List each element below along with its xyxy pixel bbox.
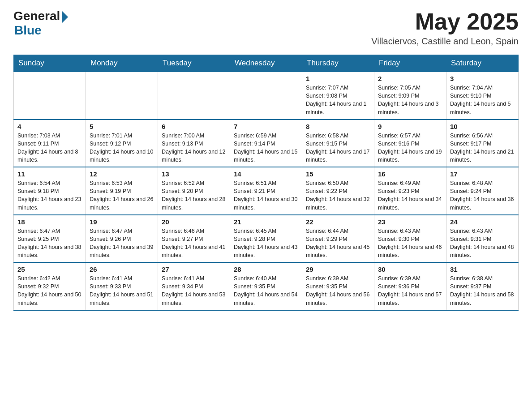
day-number: 3 (450, 75, 515, 82)
calendar-cell: 29Sunrise: 6:39 AM Sunset: 9:35 PM Dayli… (302, 262, 374, 310)
day-number: 27 (162, 265, 226, 273)
calendar-cell: 8Sunrise: 6:58 AM Sunset: 9:15 PM Daylig… (302, 120, 374, 167)
calendar-cell: 5Sunrise: 7:01 AM Sunset: 9:12 PM Daylig… (86, 120, 158, 167)
calendar-cell: 19Sunrise: 6:47 AM Sunset: 9:26 PM Dayli… (86, 215, 158, 263)
calendar-cell: 7Sunrise: 6:59 AM Sunset: 9:14 PM Daylig… (230, 120, 302, 167)
day-number: 20 (162, 218, 226, 226)
calendar-cell: 30Sunrise: 6:39 AM Sunset: 9:36 PM Dayli… (374, 262, 446, 310)
calendar-cell: 27Sunrise: 6:41 AM Sunset: 9:34 PM Dayli… (158, 262, 230, 310)
day-info: Sunrise: 6:57 AM Sunset: 9:16 PM Dayligh… (378, 132, 442, 164)
calendar-week-row: 1Sunrise: 7:07 AM Sunset: 9:08 PM Daylig… (14, 72, 519, 120)
day-number: 24 (450, 218, 515, 226)
day-number: 17 (450, 170, 515, 178)
day-info: Sunrise: 6:48 AM Sunset: 9:24 PM Dayligh… (450, 179, 515, 212)
weekday-header-sunday: Sunday (14, 55, 86, 72)
day-info: Sunrise: 6:49 AM Sunset: 9:23 PM Dayligh… (378, 179, 442, 212)
day-info: Sunrise: 6:40 AM Sunset: 9:35 PM Dayligh… (234, 274, 298, 307)
calendar-cell: 1Sunrise: 7:07 AM Sunset: 9:08 PM Daylig… (302, 72, 374, 120)
day-number: 16 (378, 170, 442, 178)
weekday-header-monday: Monday (86, 55, 158, 72)
title-block: May 2025 Villaciervos, Castille and Leon… (371, 9, 519, 47)
day-info: Sunrise: 6:41 AM Sunset: 9:33 PM Dayligh… (90, 274, 154, 307)
calendar-cell: 22Sunrise: 6:44 AM Sunset: 9:29 PM Dayli… (302, 215, 374, 263)
day-info: Sunrise: 6:50 AM Sunset: 9:22 PM Dayligh… (306, 179, 370, 212)
weekday-header-wednesday: Wednesday (230, 55, 302, 72)
calendar-table: SundayMondayTuesdayWednesdayThursdayFrid… (13, 55, 519, 311)
month-year-title: May 2025 (371, 9, 519, 34)
day-number: 31 (450, 265, 515, 273)
day-number: 12 (90, 170, 154, 178)
day-info: Sunrise: 6:47 AM Sunset: 9:26 PM Dayligh… (90, 227, 154, 260)
day-info: Sunrise: 6:46 AM Sunset: 9:27 PM Dayligh… (162, 227, 226, 260)
calendar-cell: 9Sunrise: 6:57 AM Sunset: 9:16 PM Daylig… (374, 120, 446, 167)
day-info: Sunrise: 6:42 AM Sunset: 9:32 PM Dayligh… (17, 274, 82, 307)
calendar-cell: 21Sunrise: 6:45 AM Sunset: 9:28 PM Dayli… (230, 215, 302, 263)
calendar-cell: 25Sunrise: 6:42 AM Sunset: 9:32 PM Dayli… (14, 262, 86, 310)
calendar-cell: 11Sunrise: 6:54 AM Sunset: 9:18 PM Dayli… (14, 167, 86, 215)
day-info: Sunrise: 7:03 AM Sunset: 9:11 PM Dayligh… (17, 132, 82, 164)
day-number: 11 (17, 170, 82, 178)
day-info: Sunrise: 6:43 AM Sunset: 9:31 PM Dayligh… (450, 227, 515, 260)
calendar-cell: 31Sunrise: 6:38 AM Sunset: 9:37 PM Dayli… (446, 262, 519, 310)
weekday-header-saturday: Saturday (446, 55, 519, 72)
weekday-header-tuesday: Tuesday (158, 55, 230, 72)
day-info: Sunrise: 7:05 AM Sunset: 9:09 PM Dayligh… (378, 84, 442, 116)
day-number: 1 (306, 75, 370, 82)
day-number: 26 (90, 265, 154, 273)
day-number: 7 (234, 123, 298, 130)
calendar-cell: 13Sunrise: 6:52 AM Sunset: 9:20 PM Dayli… (158, 167, 230, 215)
day-number: 25 (17, 265, 82, 273)
day-number: 29 (306, 265, 370, 273)
logo-arrow-icon (62, 11, 68, 23)
calendar-cell: 20Sunrise: 6:46 AM Sunset: 9:27 PM Dayli… (158, 215, 230, 263)
day-info: Sunrise: 6:41 AM Sunset: 9:34 PM Dayligh… (162, 274, 226, 307)
day-number: 4 (17, 123, 82, 130)
day-number: 22 (306, 218, 370, 226)
day-number: 13 (162, 170, 226, 178)
logo-general-text: General (13, 10, 60, 22)
day-number: 9 (378, 123, 442, 130)
day-number: 23 (378, 218, 442, 226)
day-info: Sunrise: 6:53 AM Sunset: 9:19 PM Dayligh… (90, 179, 154, 212)
calendar-cell: 18Sunrise: 6:47 AM Sunset: 9:25 PM Dayli… (14, 215, 86, 263)
day-number: 28 (234, 265, 298, 273)
day-number: 6 (162, 123, 226, 130)
calendar-header-row: SundayMondayTuesdayWednesdayThursdayFrid… (14, 55, 519, 72)
day-info: Sunrise: 7:04 AM Sunset: 9:10 PM Dayligh… (450, 84, 515, 116)
day-info: Sunrise: 6:43 AM Sunset: 9:30 PM Dayligh… (378, 227, 442, 260)
day-info: Sunrise: 6:39 AM Sunset: 9:35 PM Dayligh… (306, 274, 370, 307)
day-info: Sunrise: 6:44 AM Sunset: 9:29 PM Dayligh… (306, 227, 370, 260)
location-subtitle: Villaciervos, Castille and Leon, Spain (371, 36, 519, 47)
day-number: 30 (378, 265, 442, 273)
calendar-cell: 24Sunrise: 6:43 AM Sunset: 9:31 PM Dayli… (446, 215, 519, 263)
day-number: 19 (90, 218, 154, 226)
day-info: Sunrise: 6:52 AM Sunset: 9:20 PM Dayligh… (162, 179, 226, 212)
day-number: 2 (378, 75, 442, 82)
day-info: Sunrise: 6:38 AM Sunset: 9:37 PM Dayligh… (450, 274, 515, 307)
calendar-week-row: 18Sunrise: 6:47 AM Sunset: 9:25 PM Dayli… (14, 215, 519, 263)
day-info: Sunrise: 6:58 AM Sunset: 9:15 PM Dayligh… (306, 132, 370, 164)
calendar-cell (230, 72, 302, 120)
calendar-cell: 23Sunrise: 6:43 AM Sunset: 9:30 PM Dayli… (374, 215, 446, 263)
day-info: Sunrise: 7:00 AM Sunset: 9:13 PM Dayligh… (162, 132, 226, 164)
day-info: Sunrise: 6:47 AM Sunset: 9:25 PM Dayligh… (17, 227, 82, 260)
calendar-cell: 10Sunrise: 6:56 AM Sunset: 9:17 PM Dayli… (446, 120, 519, 167)
calendar-cell: 2Sunrise: 7:05 AM Sunset: 9:09 PM Daylig… (374, 72, 446, 120)
calendar-cell: 28Sunrise: 6:40 AM Sunset: 9:35 PM Dayli… (230, 262, 302, 310)
calendar-cell (158, 72, 230, 120)
day-number: 8 (306, 123, 370, 130)
calendar-cell: 6Sunrise: 7:00 AM Sunset: 9:13 PM Daylig… (158, 120, 230, 167)
calendar-week-row: 4Sunrise: 7:03 AM Sunset: 9:11 PM Daylig… (14, 120, 519, 167)
calendar-cell: 14Sunrise: 6:51 AM Sunset: 9:21 PM Dayli… (230, 167, 302, 215)
logo-blue-text: Blue (14, 23, 42, 38)
calendar-week-row: 25Sunrise: 6:42 AM Sunset: 9:32 PM Dayli… (14, 262, 519, 310)
calendar-cell (14, 72, 86, 120)
day-info: Sunrise: 6:59 AM Sunset: 9:14 PM Dayligh… (234, 132, 298, 164)
calendar-cell: 4Sunrise: 7:03 AM Sunset: 9:11 PM Daylig… (14, 120, 86, 167)
day-info: Sunrise: 7:07 AM Sunset: 9:08 PM Dayligh… (306, 84, 370, 116)
weekday-header-friday: Friday (374, 55, 446, 72)
calendar-cell: 12Sunrise: 6:53 AM Sunset: 9:19 PM Dayli… (86, 167, 158, 215)
day-info: Sunrise: 6:45 AM Sunset: 9:28 PM Dayligh… (234, 227, 298, 260)
day-info: Sunrise: 6:39 AM Sunset: 9:36 PM Dayligh… (378, 274, 442, 307)
day-number: 10 (450, 123, 515, 130)
